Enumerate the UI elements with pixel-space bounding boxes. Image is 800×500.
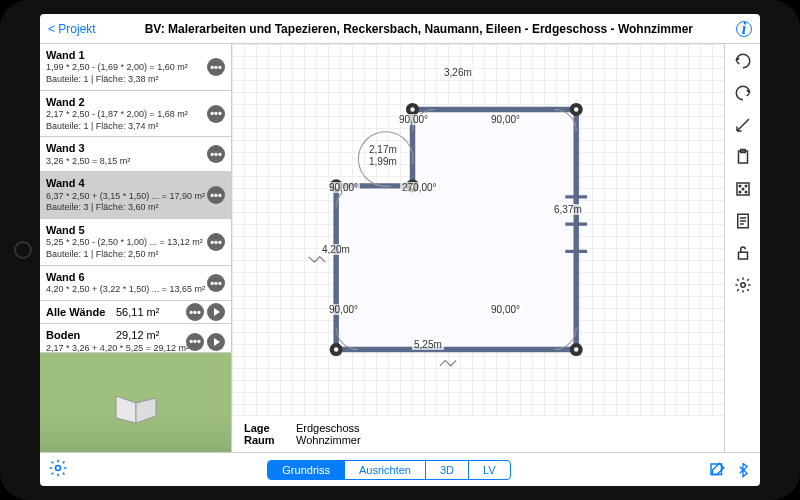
document-icon[interactable] — [732, 210, 754, 232]
svg-marker-2 — [136, 398, 156, 423]
wall-item[interactable]: Wand 22,17 * 2,50 - (1,87 * 2,00) = 1,68… — [40, 91, 231, 138]
wall-parts: Bauteile: 1 | Fläche: 2,50 m² — [46, 249, 225, 261]
dim-top: 3,26m — [442, 67, 474, 78]
gear-icon[interactable] — [732, 274, 754, 296]
wall-calc: 6,37 * 2,50 + (3,15 * 1,50) ... = 17,90 … — [46, 191, 225, 203]
wall-more-icon[interactable]: ••• — [207, 145, 225, 163]
info-icon[interactable]: i — [736, 21, 752, 37]
wall-item[interactable]: Wand 46,37 * 2,50 + (3,15 * 1,50) ... = … — [40, 172, 231, 219]
clipboard-icon[interactable] — [732, 146, 754, 168]
raum-value: Wohnzimmer — [296, 434, 361, 446]
all-walls-value: 56,11 m² — [116, 306, 159, 318]
raum-label: Raum — [244, 434, 284, 446]
play-icon[interactable] — [207, 303, 225, 321]
svg-point-14 — [574, 347, 578, 351]
wall-item[interactable]: Wand 33,26 * 2,50 = 8,15 m²••• — [40, 137, 231, 172]
svg-point-28 — [740, 283, 745, 288]
all-walls-label: Alle Wände — [46, 305, 116, 319]
bluetooth-icon[interactable] — [734, 461, 752, 479]
home-button[interactable] — [14, 241, 32, 259]
tab-grundriss[interactable]: Grundriss — [268, 461, 345, 479]
wall-more-icon[interactable]: ••• — [207, 274, 225, 292]
topbar: < Projekt BV: Malerarbeiten und Tapezier… — [40, 14, 760, 44]
floor-value: 29,12 m² — [116, 329, 159, 341]
angle-br: 90,00° — [489, 304, 522, 315]
tab-ausrichten[interactable]: Ausrichten — [345, 461, 426, 479]
wall-calc: 1,99 * 2,50 - (1,69 * 2,00) = 1,60 m² — [46, 62, 225, 74]
lock-icon[interactable] — [732, 242, 754, 264]
lage-value: Erdgeschoss — [296, 422, 360, 434]
dim-bottom: 5,25m — [412, 339, 444, 350]
wall-item[interactable]: Wand 55,25 * 2,50 - (2,50 * 1,00) ... = … — [40, 219, 231, 266]
wall-parts: Bauteile: 1 | Fläche: 3,38 m² — [46, 74, 225, 86]
page-title: BV: Malerarbeiten und Tapezieren, Recker… — [102, 22, 736, 36]
svg-point-29 — [56, 465, 61, 470]
wall-more-icon[interactable]: ••• — [207, 58, 225, 76]
wall-name: Wand 4 — [46, 176, 225, 190]
layers-icon[interactable] — [732, 178, 754, 200]
svg-point-21 — [739, 191, 741, 193]
bottombar: GrundrissAusrichten3DLV — [40, 452, 760, 486]
angle-ml: 90,00° — [327, 182, 360, 193]
angle-tr: 90,00° — [489, 114, 522, 125]
svg-point-18 — [739, 185, 741, 187]
wall-calc: 3,26 * 2,50 = 8,15 m² — [46, 156, 225, 168]
more-icon[interactable]: ••• — [186, 333, 204, 351]
wall-calc: 2,17 * 2,50 - (1,87 * 2,00) = 1,68 m² — [46, 109, 225, 121]
wall-more-icon[interactable]: ••• — [207, 233, 225, 251]
svg-point-4 — [410, 107, 414, 111]
angle-tl: 90,00° — [397, 114, 430, 125]
lage-label: Lage — [244, 422, 284, 434]
settings-icon[interactable] — [48, 458, 70, 482]
edit-icon[interactable] — [708, 461, 726, 479]
tab-3d[interactable]: 3D — [426, 461, 469, 479]
wall-name: Wand 5 — [46, 223, 225, 237]
undo-icon[interactable] — [732, 50, 754, 72]
toolbar — [724, 44, 760, 452]
play-icon[interactable] — [207, 333, 225, 351]
svg-point-12 — [334, 347, 338, 351]
redo-icon[interactable] — [732, 82, 754, 104]
dim-notch-w: 2,17m — [367, 144, 399, 155]
wall-more-icon[interactable]: ••• — [207, 105, 225, 123]
svg-point-20 — [742, 188, 744, 190]
preview-3d[interactable] — [40, 352, 231, 452]
dim-right: 6,37m — [552, 204, 584, 215]
angle-bl: 90,00° — [327, 304, 360, 315]
svg-point-6 — [574, 107, 578, 111]
wall-more-icon[interactable]: ••• — [207, 186, 225, 204]
measure-icon[interactable] — [732, 114, 754, 136]
angle-inner: 270,00° — [400, 182, 439, 193]
wall-parts: Bauteile: 1 | Fläche: 3,74 m² — [46, 121, 225, 133]
wall-calc: 5,25 * 2,50 - (2,50 * 1,00) ... = 13,12 … — [46, 237, 225, 249]
svg-marker-1 — [116, 396, 136, 423]
dim-left: 4,20m — [320, 244, 352, 255]
wall-item[interactable]: Wand 11,99 * 2,50 - (1,69 * 2,00) = 1,60… — [40, 44, 231, 91]
wall-name: Wand 3 — [46, 141, 225, 155]
summary-all-walls[interactable]: Alle Wände56,11 m²••• — [40, 301, 231, 325]
dim-notch-h: 1,99m — [367, 156, 399, 167]
floor-label: Boden — [46, 328, 116, 342]
sidebar: Wand 11,99 * 2,50 - (1,69 * 2,00) = 1,60… — [40, 44, 232, 452]
more-icon[interactable]: ••• — [186, 303, 204, 321]
wall-calc: 4,20 * 2,50 + (3,22 * 1,50) ... = 13,65 … — [46, 284, 225, 296]
tab-lv[interactable]: LV — [469, 461, 510, 479]
view-tabs: GrundrissAusrichten3DLV — [267, 460, 510, 480]
back-button[interactable]: < Projekt — [48, 22, 96, 36]
svg-point-22 — [745, 191, 747, 193]
wall-name: Wand 2 — [46, 95, 225, 109]
wall-parts: Bauteile: 3 | Fläche: 3,60 m² — [46, 202, 225, 214]
wall-name: Wand 6 — [46, 270, 225, 284]
wall-name: Wand 1 — [46, 48, 225, 62]
room-meta: Lage Erdgeschoss Raum Wohnzimmer — [232, 415, 724, 452]
summary-floor[interactable]: Boden29,12 m²2,17 * 3,26 + 4,20 * 5,25 =… — [40, 324, 231, 352]
floorplan-canvas[interactable]: 3,26m 6,37m 5,25m 4,20m 2,17m 1,99m 90,0… — [232, 44, 724, 415]
wall-item[interactable]: Wand 64,20 * 2,50 + (3,22 * 1,50) ... = … — [40, 266, 231, 301]
svg-point-19 — [745, 185, 747, 187]
svg-rect-27 — [738, 252, 747, 259]
